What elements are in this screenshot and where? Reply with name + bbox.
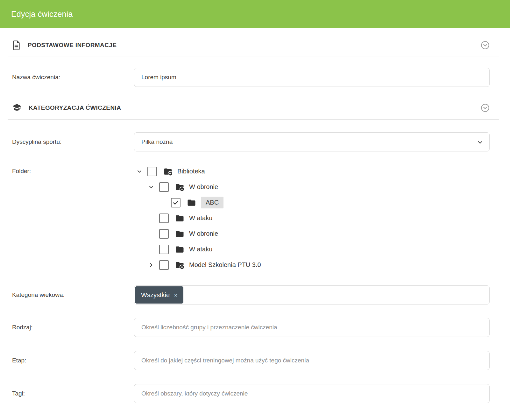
form-content: PODSTAWOWE INFORMACJE Nazwa ćwiczenia: K… — [0, 28, 510, 403]
section-categorization: KATEGORYZACJA ĆWICZENIA — [12, 87, 490, 119]
page-header: Edycja ćwiczenia — [0, 0, 510, 28]
discipline-label: Dyscyplina sportu: — [12, 138, 134, 145]
folder-checkbox[interactable] — [147, 167, 157, 176]
folder-icon — [175, 244, 185, 254]
kind-label: Rodzaj: — [12, 324, 134, 331]
chip-label: Wszystkie — [141, 291, 170, 299]
field-row-tags: Tagi: — [12, 384, 490, 403]
stage-label: Etap: — [12, 357, 134, 364]
tree-item-label[interactable]: W ataku — [189, 246, 212, 253]
document-icon — [12, 40, 21, 50]
name-label: Nazwa ćwiczenia: — [12, 74, 134, 81]
chevron-down-icon — [477, 139, 484, 146]
tags-label: Tagi: — [12, 390, 134, 397]
chip-remove-icon[interactable]: × — [174, 292, 177, 298]
tree-item-label[interactable]: W obronie — [189, 183, 218, 191]
folder-icon — [175, 182, 185, 192]
expand-chevron-icon — [148, 246, 154, 253]
field-row-name: Nazwa ćwiczenia: — [12, 68, 490, 87]
folder-checkbox[interactable] — [159, 214, 169, 223]
discipline-selected-value: Piłka nożna — [141, 138, 173, 145]
tree-row: W obronie — [134, 228, 490, 239]
folder-icon — [163, 166, 173, 176]
field-row-kind: Rodzaj: — [12, 318, 490, 337]
tree-row: W ataku — [134, 213, 490, 223]
folder-tree: Biblioteka W obronie ABC W ataku W obron… — [134, 166, 490, 270]
folder-icon — [175, 213, 185, 223]
tree-row: W obronie — [134, 182, 490, 192]
name-input[interactable] — [134, 68, 490, 87]
tree-row: Model Szkolenia PTU 3.0 — [134, 260, 490, 270]
tree-row: Biblioteka — [134, 166, 490, 177]
folder-icon — [175, 260, 185, 270]
section-basic-info-title: PODSTAWOWE INFORMACJE — [28, 42, 117, 49]
expand-chevron-icon — [160, 200, 166, 206]
stage-input[interactable] — [134, 351, 490, 370]
folder-icon — [187, 198, 196, 207]
tree-item-label[interactable]: Model Szkolenia PTU 3.0 — [189, 261, 261, 269]
folder-checkbox[interactable] — [159, 245, 169, 254]
tags-input[interactable] — [134, 384, 490, 403]
expand-chevron-icon — [148, 231, 154, 237]
expand-chevron-icon[interactable] — [136, 168, 143, 175]
age-category-label: Kategoria wiekowa: — [12, 291, 134, 298]
section-divider — [8, 57, 499, 57]
expand-chevron-icon[interactable] — [148, 184, 154, 190]
selected-chip: Wszystkie × — [135, 286, 183, 304]
folder-icon — [175, 229, 185, 239]
folder-label: Folder: — [12, 166, 134, 176]
age-category-multiselect[interactable]: Wszystkie × — [134, 285, 490, 304]
collapse-chevron-icon[interactable] — [481, 103, 490, 112]
field-row-folder: Folder: Biblioteka W obronie ABC W ataku… — [12, 166, 490, 270]
folder-checkbox[interactable] — [159, 182, 169, 192]
section-divider — [8, 119, 499, 120]
section-categorization-title: KATEGORYZACJA ĆWICZENIA — [29, 104, 121, 111]
page-title: Edycja ćwiczenia — [11, 10, 73, 19]
expand-chevron-icon — [148, 215, 154, 221]
discipline-select[interactable]: Piłka nożna — [134, 132, 490, 151]
tree-item-label[interactable]: W obronie — [189, 230, 218, 237]
expand-chevron-icon[interactable] — [148, 262, 154, 268]
section-basic-info: PODSTAWOWE INFORMACJE — [12, 28, 490, 57]
folder-checkbox[interactable] — [159, 229, 169, 239]
tree-row: ABC — [134, 197, 490, 208]
tree-item-label[interactable]: Biblioteka — [177, 168, 205, 175]
tree-row: W ataku — [134, 244, 490, 255]
field-row-discipline: Dyscyplina sportu: Piłka nożna — [12, 132, 490, 151]
graduation-cap-icon — [12, 103, 22, 112]
kind-input[interactable] — [134, 318, 490, 337]
folder-checkbox[interactable] — [159, 260, 169, 270]
tree-item-label[interactable]: ABC — [201, 197, 223, 208]
field-row-stage: Etap: — [12, 351, 490, 370]
field-row-age-category: Kategoria wiekowa: Wszystkie × — [12, 285, 490, 304]
collapse-chevron-icon[interactable] — [481, 41, 490, 50]
folder-checkbox[interactable] — [171, 198, 181, 207]
tree-item-label[interactable]: W ataku — [189, 214, 212, 222]
